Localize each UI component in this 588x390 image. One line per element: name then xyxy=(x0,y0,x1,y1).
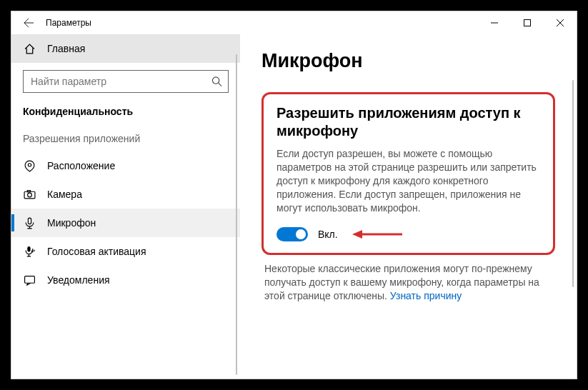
microphone-access-toggle[interactable] xyxy=(276,227,308,241)
svg-rect-12 xyxy=(24,276,34,283)
svg-rect-11 xyxy=(27,246,30,251)
sidebar-item-voice-activation[interactable]: Голосовая активация xyxy=(11,237,240,266)
annotation-arrow xyxy=(352,228,402,241)
section-heading: Разрешить приложениям доступ к микрофону xyxy=(276,104,540,140)
content-scrollbar[interactable] xyxy=(572,80,574,287)
notifications-icon xyxy=(23,274,36,286)
sidebar-item-label: Микрофон xyxy=(47,217,96,229)
learn-more-link[interactable]: Узнать причину xyxy=(390,290,462,301)
section-description: Если доступ разрешен, вы можете с помощь… xyxy=(276,147,540,214)
minimize-icon xyxy=(491,19,498,26)
maximize-icon xyxy=(524,19,531,26)
sidebar-item-camera[interactable]: Камера xyxy=(11,180,240,209)
sidebar: Главная Конфиденциальность Разрешения пр… xyxy=(11,34,240,379)
svg-line-5 xyxy=(219,83,221,86)
sidebar-item-location[interactable]: Расположение xyxy=(11,151,240,180)
content-pane: Микрофон Разрешить приложениям доступ к … xyxy=(240,34,577,379)
search-input[interactable] xyxy=(24,71,228,92)
sidebar-scrollbar[interactable] xyxy=(236,54,237,375)
sidebar-section-title: Конфиденциальность xyxy=(11,106,240,133)
voice-activation-icon xyxy=(23,245,36,258)
svg-point-4 xyxy=(212,77,219,84)
toggle-label: Вкл. xyxy=(318,229,338,240)
highlight-box: Разрешить приложениям доступ к микрофону… xyxy=(261,92,555,255)
svg-rect-10 xyxy=(28,218,31,224)
sidebar-item-microphone[interactable]: Микрофон xyxy=(11,209,240,237)
sidebar-item-label: Камера xyxy=(47,189,82,200)
back-button[interactable] xyxy=(17,11,40,34)
search-input-container[interactable] xyxy=(23,70,229,93)
page-title: Микрофон xyxy=(261,50,555,72)
maximize-button[interactable] xyxy=(511,11,544,34)
svg-point-8 xyxy=(27,193,31,197)
sidebar-item-label: Расположение xyxy=(47,160,115,171)
sidebar-subhead: Разрешения приложений xyxy=(11,133,240,151)
arrow-left-icon xyxy=(24,18,34,28)
close-icon xyxy=(557,19,564,26)
settings-window: Параметры Главная xyxy=(11,11,577,379)
search-icon xyxy=(211,76,222,87)
location-icon xyxy=(23,159,36,172)
close-button[interactable] xyxy=(544,11,577,34)
sidebar-item-label: Уведомления xyxy=(47,274,110,286)
window-title: Параметры xyxy=(46,18,91,28)
minimize-button[interactable] xyxy=(478,11,511,34)
titlebar: Параметры xyxy=(11,11,577,34)
microphone-icon xyxy=(23,216,36,229)
sidebar-item-home[interactable]: Главная xyxy=(11,34,240,63)
sidebar-item-notifications[interactable]: Уведомления xyxy=(11,266,240,294)
svg-rect-1 xyxy=(524,20,531,26)
sidebar-home-label: Главная xyxy=(47,43,85,54)
note-text: Некоторые классические приложения могут … xyxy=(261,262,555,303)
home-icon xyxy=(23,42,36,55)
svg-marker-14 xyxy=(352,230,362,239)
svg-point-6 xyxy=(28,163,31,166)
sidebar-item-label: Голосовая активация xyxy=(47,246,146,257)
camera-icon xyxy=(23,188,36,201)
